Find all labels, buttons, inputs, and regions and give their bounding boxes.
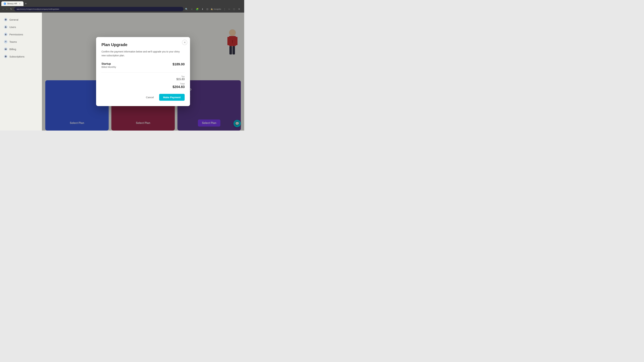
plan-price: $189.00: [172, 62, 185, 66]
sidebar-item-billing[interactable]: Billing: [0, 45, 42, 53]
total-label: Total: [172, 82, 185, 85]
total-value: $204.83: [172, 85, 185, 89]
modal-actions: Cancel Make Payment: [102, 94, 185, 101]
svg-rect-5: [5, 49, 6, 50]
tab-close-button[interactable]: ✕: [18, 2, 21, 5]
sidebar-item-label-billing: Billing: [10, 48, 16, 51]
plan-name-billing: Startup Billed Monthly: [102, 62, 116, 68]
tax-row: Tax $15.83: [102, 75, 185, 81]
plan-name: Startup: [102, 62, 116, 65]
modal-close-button[interactable]: ✕: [182, 40, 187, 45]
sidebar-item-label-subscriptions: Subscriptions: [10, 55, 24, 58]
users-icon: [4, 25, 8, 29]
modal-overlay: ✕ Plan Upgrade Confirm the payment infor…: [42, 12, 244, 131]
url-text: app.breezy.hr/app/c/moodjoy/company/sett…: [16, 8, 59, 10]
url-bar-row: ‹ › ↻ app.breezy.hr/app/c/moodjoy/compan…: [0, 6, 244, 12]
tab-label: Breezy HR: [8, 2, 17, 5]
download-icon-btn[interactable]: ⬇: [201, 7, 204, 11]
close-window-button[interactable]: ✕: [237, 7, 241, 11]
sidebar-item-label-permissions: Permissions: [10, 33, 23, 36]
sidebar-item-teams[interactable]: Teams: [0, 38, 42, 45]
sidebar-item-users[interactable]: Users: [0, 23, 42, 31]
search-icon-btn[interactable]: 🔍: [184, 7, 188, 11]
permissions-icon: [4, 33, 8, 36]
tax-info: Tax $15.83: [171, 75, 185, 81]
general-icon: [4, 18, 8, 21]
sidebar-item-subscriptions[interactable]: Subscriptions: [0, 53, 42, 60]
sidebar-item-label-users: Users: [10, 26, 16, 28]
plan-billing: Billed Monthly: [102, 66, 116, 68]
browser-right-icons: 🔍 ☆ 🧩 ⬇ ⊡ 🕵 Incognito ⋮: [184, 7, 226, 11]
maximize-button[interactable]: □: [232, 7, 236, 11]
star-icon-btn[interactable]: ☆: [190, 7, 194, 11]
sidebar-item-permissions[interactable]: Permissions: [0, 31, 42, 38]
subscriptions-icon: [4, 55, 8, 58]
window-controls: ─ □ ✕: [228, 7, 241, 11]
total-info: Total $204.83: [172, 82, 185, 89]
modal-title: Plan Upgrade: [102, 42, 185, 47]
extensions-icon-btn[interactable]: 🧩: [195, 7, 199, 11]
sidebar: General Users Permissions Teams Billing: [0, 12, 42, 131]
cancel-button[interactable]: Cancel: [144, 94, 156, 100]
incognito-badge: 🕵 Incognito: [211, 8, 221, 10]
plan-info-row: Startup Billed Monthly $189.00: [102, 62, 185, 68]
menu-icon-btn[interactable]: ⋮: [223, 7, 226, 11]
svg-point-4: [6, 41, 6, 42]
svg-point-0: [5, 19, 6, 20]
tax-label: Tax: [171, 75, 185, 78]
new-tab-button[interactable]: +: [24, 1, 28, 6]
incognito-icon: 🕵: [211, 8, 213, 10]
minimize-button[interactable]: ─: [228, 7, 231, 11]
total-row: Total $204.83: [102, 82, 185, 89]
billing-icon: [4, 47, 8, 51]
address-bar[interactable]: app.breezy.hr/app/c/moodjoy/company/sett…: [14, 7, 184, 11]
app-container: General Users Permissions Teams Billing: [0, 12, 244, 131]
plan-upgrade-modal: ✕ Plan Upgrade Confirm the payment infor…: [96, 37, 190, 106]
nav-back-button[interactable]: ‹: [2, 7, 4, 11]
modal-description: Confirm the payment information below an…: [102, 50, 185, 57]
nav-forward-button[interactable]: ›: [6, 7, 8, 11]
teams-icon: [4, 40, 8, 43]
split-view-icon-btn[interactable]: ⊡: [206, 7, 209, 11]
main-content: Select Plan Select Plan iness 29/mo ate …: [42, 12, 244, 131]
sidebar-item-label-general: General: [10, 18, 18, 21]
active-tab[interactable]: B Breezy HR ✕: [1, 1, 24, 6]
tax-value: $15.83: [171, 78, 185, 81]
make-payment-button[interactable]: Make Payment: [159, 94, 185, 101]
tab-bar: B Breezy HR ✕ +: [0, 0, 244, 6]
svg-rect-2: [5, 34, 6, 35]
nav-refresh-button[interactable]: ↻: [9, 7, 13, 11]
sidebar-item-general[interactable]: General: [0, 16, 42, 23]
sidebar-item-label-teams: Teams: [10, 40, 17, 43]
svg-point-3: [5, 41, 6, 42]
tab-favicon: B: [4, 2, 6, 5]
